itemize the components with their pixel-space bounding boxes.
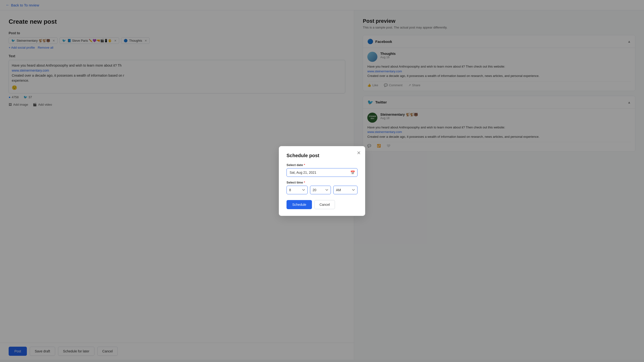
minute-select[interactable]: 20 00 05 10 15 25 30 35 40 45 50 55 [310, 186, 331, 194]
modal-title: Schedule post [286, 153, 358, 158]
calendar-icon: 📅 [350, 170, 355, 175]
modal-cancel-button[interactable]: Cancel [314, 200, 335, 209]
select-time-label: Select time * [286, 181, 358, 184]
modal-close-button[interactable]: ✕ [357, 150, 361, 156]
hour-select[interactable]: 8 1 2 3 4 5 6 7 9 10 11 12 [286, 186, 308, 194]
modal-overlay[interactable]: Schedule post ✕ Select date * 📅 Select t… [0, 0, 644, 360]
required-star-date: * [304, 163, 305, 167]
date-input[interactable] [286, 168, 358, 177]
schedule-post-modal: Schedule post ✕ Select date * 📅 Select t… [279, 146, 365, 216]
date-input-row: 📅 [286, 168, 358, 177]
ampm-select[interactable]: AM PM [333, 186, 358, 194]
time-selects: 8 1 2 3 4 5 6 7 9 10 11 12 20 00 05 10 1… [286, 186, 358, 194]
schedule-button[interactable]: Schedule [286, 200, 312, 209]
required-star-time: * [304, 181, 305, 184]
modal-actions: Schedule Cancel [286, 200, 358, 209]
select-date-label: Select date * [286, 163, 358, 167]
